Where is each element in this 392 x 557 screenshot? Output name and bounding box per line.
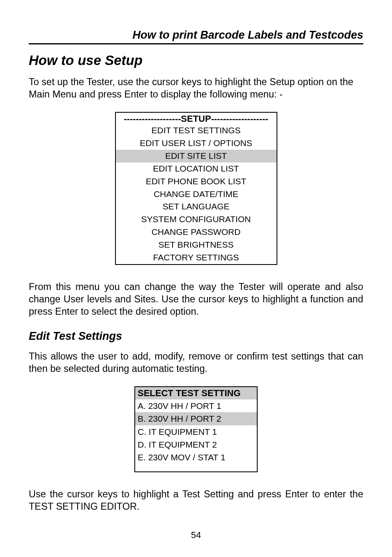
- setup-menu-item[interactable]: EDIT SITE LIST: [116, 150, 277, 162]
- setup-menu-item[interactable]: EDIT TEST SETTINGS: [116, 124, 277, 137]
- page-number: 54: [0, 530, 392, 541]
- select-menu-item[interactable]: E. 230V MOV / STAT 1: [135, 451, 257, 464]
- select-menu-item[interactable]: D. IT EQUIPMENT 2: [135, 438, 257, 451]
- select-menu-item[interactable]: A. 230V HH / PORT 1: [135, 399, 257, 412]
- setup-menu-item[interactable]: EDIT LOCATION LIST: [116, 162, 277, 175]
- setup-menu-item[interactable]: EDIT USER LIST / OPTIONS: [116, 137, 277, 150]
- menu-description: From this menu you can change the way th…: [29, 281, 363, 318]
- select-test-title: SELECT TEST SETTING: [135, 387, 257, 399]
- list-spacer: [135, 464, 257, 471]
- page-title: How to use Setup: [29, 53, 363, 68]
- setup-menu-box: -------------------SETUP----------------…: [115, 112, 277, 265]
- select-test-setting-box: SELECT TEST SETTING A. 230V HH / PORT 1B…: [134, 386, 258, 472]
- select-menu-item[interactable]: C. IT EQUIPMENT 1: [135, 425, 257, 438]
- setup-menu-item[interactable]: EDIT PHONE BOOK LIST: [116, 175, 277, 188]
- subheading-edit-test: Edit Test Settings: [29, 330, 363, 343]
- setup-menu-item[interactable]: CHANGE DATE/TIME: [116, 188, 277, 201]
- setup-menu-item[interactable]: CHANGE PASSWORD: [116, 226, 277, 239]
- page-header: How to print Barcode Labels and Testcode…: [29, 29, 363, 44]
- select-menu-item[interactable]: B. 230V HH / PORT 2: [135, 412, 257, 425]
- select-description: Use the cursor keys to highlight a Test …: [29, 488, 363, 513]
- setup-menu-item[interactable]: FACTORY SETTINGS: [116, 251, 277, 264]
- setup-menu-item[interactable]: SET LANGUAGE: [116, 200, 277, 213]
- setup-menu-item[interactable]: SYSTEM CONFIGURATION: [116, 213, 277, 226]
- setup-menu-title: -------------------SETUP----------------…: [116, 113, 277, 124]
- intro-text: To set up the Tester, use the cursor key…: [29, 76, 363, 100]
- setup-menu-item[interactable]: SET BRIGHTNESS: [116, 239, 277, 251]
- edit-test-description: This allows the user to add, modify, rem…: [29, 350, 363, 375]
